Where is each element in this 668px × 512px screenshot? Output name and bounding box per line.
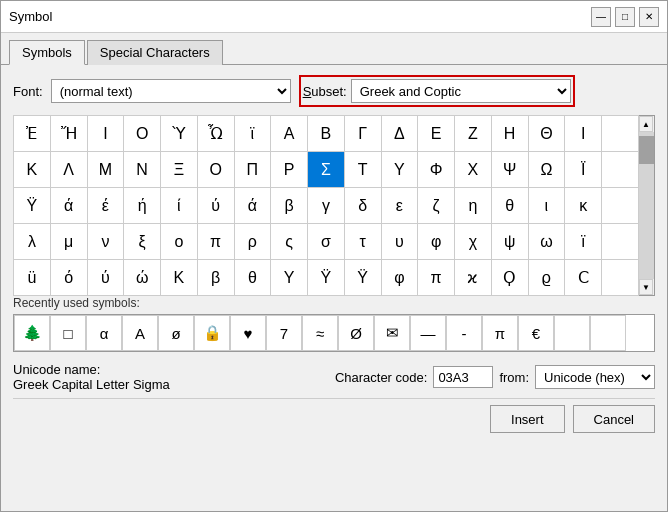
symbol-cell[interactable]: Ξ <box>161 152 198 188</box>
close-button[interactable]: ✕ <box>639 7 659 27</box>
symbol-cell[interactable]: Ν <box>124 152 161 188</box>
symbol-cell[interactable]: θ <box>491 188 528 224</box>
recent-symbol-cell[interactable]: ✉ <box>374 315 410 351</box>
symbol-cell[interactable]: ϰ <box>455 260 492 296</box>
symbol-cell[interactable]: Π <box>234 152 271 188</box>
recent-symbol-cell[interactable]: Ø <box>338 315 374 351</box>
scroll-down-arrow[interactable]: ▼ <box>639 279 653 295</box>
symbol-cell[interactable]: έ <box>87 188 124 224</box>
recent-symbol-cell[interactable]: π <box>482 315 518 351</box>
symbol-cell[interactable]: β <box>197 260 234 296</box>
recent-symbol-cell[interactable]: € <box>518 315 554 351</box>
scroll-thumb[interactable] <box>639 136 654 164</box>
symbol-cell[interactable]: ϊ <box>234 116 271 152</box>
symbol-cell[interactable]: π <box>418 260 455 296</box>
symbol-cell[interactable]: Ε <box>418 116 455 152</box>
symbol-cell[interactable]: Ο <box>124 116 161 152</box>
symbol-cell[interactable]: Ϙ <box>491 260 528 296</box>
symbol-cell[interactable]: ς <box>271 224 308 260</box>
symbol-cell[interactable]: ï <box>565 224 602 260</box>
symbol-cell[interactable]: Σ <box>308 152 345 188</box>
char-code-input[interactable] <box>433 366 493 388</box>
cancel-button[interactable]: Cancel <box>573 405 655 433</box>
symbol-cell[interactable]: δ <box>344 188 381 224</box>
symbol-cell[interactable]: ο <box>161 224 198 260</box>
symbol-cell[interactable]: φ <box>381 260 418 296</box>
symbol-cell[interactable]: Η <box>491 116 528 152</box>
symbol-cell[interactable]: Β <box>308 116 345 152</box>
symbol-cell[interactable]: ύ <box>87 260 124 296</box>
symbol-cell[interactable]: ρ <box>234 224 271 260</box>
symbol-cell[interactable]: Ὦ <box>197 116 234 152</box>
symbol-cell[interactable]: ν <box>87 224 124 260</box>
symbol-cell[interactable]: ά <box>234 188 271 224</box>
symbol-cell[interactable]: ι <box>528 188 565 224</box>
symbol-cell[interactable]: ü <box>14 260 51 296</box>
recent-symbol-cell[interactable]: ♥ <box>230 315 266 351</box>
symbol-cell[interactable]: ά <box>50 188 87 224</box>
symbol-cell[interactable]: Κ <box>161 260 198 296</box>
maximize-button[interactable]: □ <box>615 7 635 27</box>
symbol-cell[interactable]: π <box>197 224 234 260</box>
symbol-cell[interactable]: Ϲ <box>565 260 602 296</box>
recent-symbol-cell[interactable]: 🔒 <box>194 315 230 351</box>
symbol-cell[interactable]: υ <box>381 224 418 260</box>
recent-symbol-cell[interactable]: Α <box>122 315 158 351</box>
symbol-cell[interactable]: Χ <box>455 152 492 188</box>
symbol-cell[interactable]: Ψ <box>491 152 528 188</box>
subset-select[interactable]: Greek and Coptic <box>351 79 571 103</box>
symbol-cell[interactable]: ό <box>50 260 87 296</box>
symbol-cell[interactable]: Υ <box>381 152 418 188</box>
symbol-cell[interactable]: ϱ <box>528 260 565 296</box>
font-select[interactable]: (normal text) <box>51 79 291 103</box>
symbol-cell[interactable]: η <box>455 188 492 224</box>
symbol-scrollbar[interactable]: ▲ ▼ <box>639 115 655 296</box>
symbol-cell[interactable]: Θ <box>528 116 565 152</box>
symbol-cell[interactable]: λ <box>14 224 51 260</box>
recent-symbol-cell[interactable]: 🌲 <box>14 315 50 351</box>
symbol-cell[interactable]: ζ <box>418 188 455 224</box>
symbol-cell[interactable]: Λ <box>50 152 87 188</box>
recent-symbol-cell[interactable]: □ <box>50 315 86 351</box>
symbol-cell[interactable]: Ζ <box>455 116 492 152</box>
symbol-cell[interactable]: Ὺ <box>161 116 198 152</box>
recent-symbol-cell[interactable]: 7 <box>266 315 302 351</box>
tab-symbols[interactable]: Symbols <box>9 40 85 65</box>
symbol-cell[interactable]: ή <box>124 188 161 224</box>
symbol-cell[interactable]: ε <box>381 188 418 224</box>
from-select[interactable]: Unicode (hex) <box>535 365 655 389</box>
symbol-cell[interactable]: χ <box>455 224 492 260</box>
symbol-cell[interactable]: Ρ <box>271 152 308 188</box>
symbol-cell[interactable]: Ω <box>528 152 565 188</box>
symbol-cell[interactable]: Ι <box>87 116 124 152</box>
symbol-cell[interactable]: Α <box>271 116 308 152</box>
symbol-cell[interactable]: θ <box>234 260 271 296</box>
symbol-cell[interactable]: Υ <box>271 260 308 296</box>
symbol-cell[interactable]: σ <box>308 224 345 260</box>
recent-symbol-cell[interactable]: ø <box>158 315 194 351</box>
symbol-cell[interactable]: Τ <box>344 152 381 188</box>
symbol-cell[interactable]: Ÿ <box>344 260 381 296</box>
symbol-cell[interactable]: Ÿ <box>14 188 51 224</box>
symbol-cell[interactable]: τ <box>344 224 381 260</box>
scroll-up-arrow[interactable]: ▲ <box>639 116 653 132</box>
symbol-cell[interactable]: Μ <box>87 152 124 188</box>
symbol-cell[interactable]: γ <box>308 188 345 224</box>
recent-symbol-cell[interactable]: - <box>446 315 482 351</box>
symbol-cell[interactable]: Κ <box>14 152 51 188</box>
symbol-cell[interactable]: ω <box>528 224 565 260</box>
minimize-button[interactable]: — <box>591 7 611 27</box>
symbol-cell[interactable]: ί <box>161 188 198 224</box>
symbol-cell[interactable]: ώ <box>124 260 161 296</box>
symbol-cell[interactable]: ξ <box>124 224 161 260</box>
symbol-cell[interactable]: Ο <box>197 152 234 188</box>
symbol-cell[interactable]: Ϋ <box>308 260 345 296</box>
tab-special-characters[interactable]: Special Characters <box>87 40 223 65</box>
symbol-cell[interactable]: Δ <box>381 116 418 152</box>
symbol-cell[interactable]: β <box>271 188 308 224</box>
insert-button[interactable]: Insert <box>490 405 565 433</box>
symbol-cell[interactable]: Ἤ <box>50 116 87 152</box>
recent-symbol-cell[interactable]: ≈ <box>302 315 338 351</box>
symbol-cell[interactable]: Γ <box>344 116 381 152</box>
symbol-cell[interactable]: Ι <box>565 116 602 152</box>
